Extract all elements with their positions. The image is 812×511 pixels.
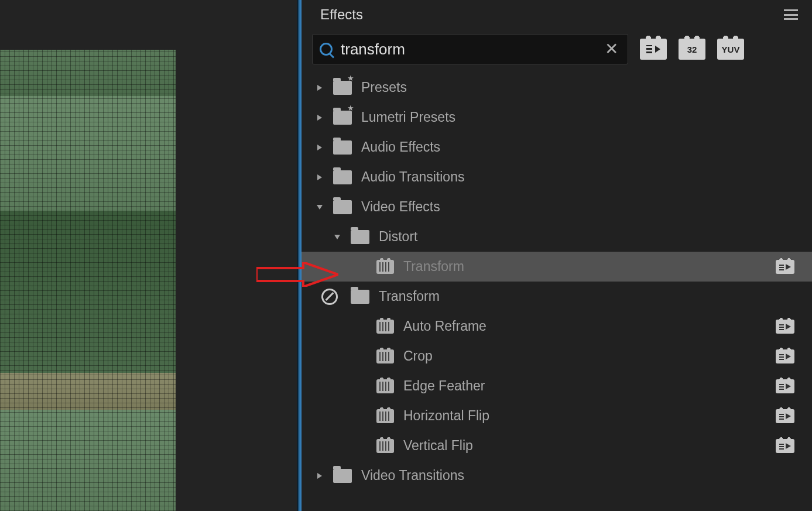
accelerated-icon [776,379,794,393]
preview-overlay [0,50,176,511]
effect-transform[interactable]: Transform [301,252,812,282]
folder-transform[interactable]: Transform [301,282,812,311]
folder-label: Distort [379,229,794,245]
effect-label: Horizontal Flip [403,408,776,424]
effect-horizontal-flip[interactable]: Horizontal Flip [301,401,812,431]
effect-icon [376,439,394,453]
folder-label: Lumetri Presets [361,109,794,125]
panel-divider[interactable] [297,0,301,511]
effect-icon [376,409,394,423]
folder-audio-transitions[interactable]: Audio Transitions [301,162,812,192]
filter-badges: 32 YUV [640,39,744,60]
32bit-filter-icon[interactable]: 32 [679,39,705,60]
accelerated-icon [776,320,794,334]
folder-icon [351,290,369,304]
effect-label: Transform [403,259,776,275]
chevron-right-icon [314,471,325,481]
yuv-filter-icon[interactable]: YUV [717,39,744,60]
effect-crop[interactable]: Crop [301,341,812,371]
chevron-right-icon [314,83,325,93]
folder-label: Transform [379,289,794,304]
folder-icon [333,140,352,155]
search-input[interactable] [341,40,593,59]
accelerated-icon [776,439,794,453]
accelerated-icon [776,349,794,363]
search-box[interactable]: ✕ [312,34,628,64]
effect-vertical-flip[interactable]: Vertical Flip [301,431,812,461]
effect-label: Auto Reframe [403,318,776,334]
chevron-down-icon [314,202,325,212]
folder-label: Audio Transitions [361,169,794,185]
effects-panel: Effects ✕ 32 YUV Presets Lumetri Presets [301,0,812,511]
effects-tree: Presets Lumetri Presets Audio Effects Au… [301,69,812,511]
folder-label: Audio Effects [361,139,794,155]
panel-title: Effects [320,6,363,23]
effect-edge-feather[interactable]: Edge Feather [301,371,812,401]
effect-icon [376,320,394,334]
folder-lumetri-presets[interactable]: Lumetri Presets [301,102,812,132]
folder-video-transitions[interactable]: Video Transitions [301,461,812,491]
chevron-right-icon [314,112,325,123]
folder-distort[interactable]: Distort [301,222,812,252]
effect-icon [376,379,394,393]
accelerated-filter-icon[interactable] [640,39,667,60]
effect-label: Edge Feather [403,378,776,394]
effect-auto-reframe[interactable]: Auto Reframe [301,311,812,341]
search-icon [320,43,333,56]
preview-panel [0,0,297,511]
accelerated-icon [776,260,794,274]
folder-icon [333,469,352,483]
chevron-right-icon [314,142,325,153]
folder-video-effects[interactable]: Video Effects [301,192,812,222]
chevron-right-icon [314,172,325,183]
folder-label: Video Effects [361,199,794,215]
folder-label: Presets [361,80,794,95]
folder-icon [333,81,352,95]
accelerated-icon [776,409,794,423]
clear-search-icon[interactable]: ✕ [601,41,622,57]
folder-presets[interactable]: Presets [301,73,812,102]
search-toolbar: ✕ 32 YUV [301,29,812,69]
folder-icon [333,200,352,214]
effect-label: Crop [403,348,776,364]
panel-menu-icon[interactable] [784,9,798,20]
folder-icon [351,230,369,244]
video-preview [0,50,176,511]
effects-panel-header: Effects [301,0,812,29]
folder-icon [333,111,352,125]
folder-audio-effects[interactable]: Audio Effects [301,132,812,162]
chevron-down-icon [332,232,342,242]
folder-label: Video Transitions [361,468,794,483]
folder-icon [333,170,352,184]
effect-icon [376,260,394,274]
effect-label: Vertical Flip [403,438,776,454]
effect-icon [376,349,394,363]
prohibit-icon [321,289,338,305]
